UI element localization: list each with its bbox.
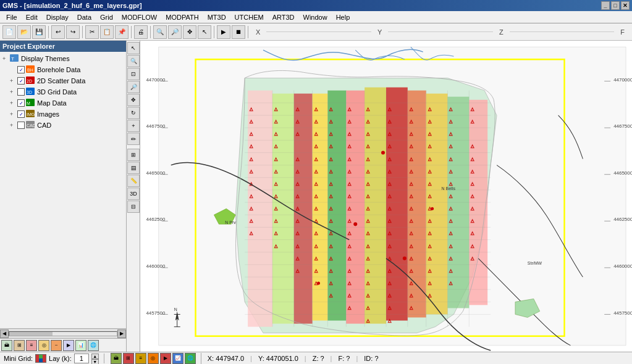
- svg-text:4462500: 4462500: [613, 217, 632, 222]
- icon-chart[interactable]: 📊: [75, 340, 86, 351]
- icon-globe[interactable]: 🌐: [88, 340, 99, 351]
- tree-item-display-themes[interactable]: + T Display Themes: [1, 53, 125, 64]
- scroll-left-btn[interactable]: ◀: [0, 329, 9, 338]
- vtb-3d[interactable]: 3D: [127, 188, 140, 200]
- bi-run[interactable]: ▶: [160, 353, 171, 364]
- vtb-measure[interactable]: 📏: [127, 175, 140, 187]
- menu-window[interactable]: Window: [300, 13, 331, 22]
- svg-point-273: [353, 222, 357, 226]
- toolbar-copy[interactable]: 📋: [100, 25, 114, 39]
- vtb-edit[interactable]: ✏: [127, 133, 140, 145]
- checkbox-map[interactable]: ✓: [17, 99, 25, 107]
- menu-modpath[interactable]: MODPATH: [162, 13, 202, 22]
- expand-icon-images[interactable]: +: [10, 111, 17, 117]
- tree-item-2d-scatter[interactable]: + ✓ 2D 2D Scatter Data: [1, 75, 125, 86]
- scroll-thumb[interactable]: [9, 332, 53, 336]
- toolbar-select[interactable]: ↖: [198, 25, 211, 39]
- menu-utchem[interactable]: UTCHEM: [231, 13, 268, 22]
- menu-file[interactable]: File: [2, 13, 21, 22]
- menu-edit[interactable]: Edit: [22, 13, 41, 22]
- toolbar-save[interactable]: 💾: [32, 25, 46, 39]
- svg-text:4460000: 4460000: [146, 263, 165, 269]
- tree-item-images[interactable]: + ✓ IMG Images: [1, 109, 125, 120]
- vtb-rotate[interactable]: ↻: [127, 107, 140, 119]
- tree-item-3d-grid[interactable]: + 3D 3D Grid Data: [1, 86, 125, 97]
- svg-text:4467500: 4467500: [613, 123, 632, 129]
- vtb-section[interactable]: ⊟: [127, 201, 140, 213]
- window-title: GMS - [simulation_2_huf_6_me_layers.gpr]: [2, 2, 142, 9]
- close-button[interactable]: ✕: [621, 1, 630, 10]
- expand-icon-3d-grid[interactable]: +: [10, 89, 17, 95]
- tree-label-cad: CAD: [37, 122, 51, 129]
- expand-icon-map[interactable]: +: [10, 100, 17, 106]
- icon-wells[interactable]: ◎: [38, 340, 49, 351]
- icon-terrain[interactable]: 🏔: [1, 340, 12, 351]
- main-area: Project Explorer + T Display Themes ✓ BH…: [0, 41, 632, 352]
- toolbar-zoom-out[interactable]: 🔎: [168, 25, 182, 39]
- map-area[interactable]: △ △ △ △ △ △ △ △ △ △ △ △ △ △ △ △ △ △ △ △: [140, 41, 632, 352]
- icon-flow[interactable]: ~: [51, 340, 62, 351]
- menu-modflow[interactable]: MODFLOW: [118, 13, 161, 22]
- scroll-right-btn[interactable]: ▶: [117, 329, 126, 338]
- map-svg[interactable]: △ △ △ △ △ △ △ △ △ △ △ △ △ △ △ △ △ △ △ △: [140, 41, 632, 352]
- mini-grid-icon: [35, 354, 46, 363]
- icon-run[interactable]: ▶: [63, 340, 74, 351]
- vtb-select[interactable]: ↖: [127, 42, 140, 54]
- checkbox-2d-scatter[interactable]: ✓: [17, 77, 25, 85]
- vtb-table[interactable]: ▤: [127, 162, 140, 174]
- vtb-cursor[interactable]: +: [127, 120, 140, 132]
- menu-mt3d[interactable]: MT3D: [204, 13, 230, 22]
- project-tree[interactable]: + T Display Themes ✓ BH Borehole Data + …: [0, 52, 126, 328]
- bi-globe[interactable]: 🌐: [185, 353, 196, 364]
- expand-icon-cad[interactable]: +: [10, 122, 17, 128]
- vtb-pan[interactable]: ✥: [127, 94, 140, 106]
- bi-landscape[interactable]: 🏔: [111, 353, 122, 364]
- toolbar-print[interactable]: 🖨: [134, 25, 148, 39]
- vtb-zoom-in[interactable]: 🔍: [127, 55, 140, 67]
- vtb-zoom-out[interactable]: 🔎: [127, 81, 140, 93]
- checkbox-cad[interactable]: [17, 122, 25, 129]
- toolbar-cut[interactable]: ✂: [85, 25, 99, 39]
- bi-grid-3d[interactable]: ⊞: [123, 353, 134, 364]
- toolbar-paste[interactable]: 📌: [115, 25, 129, 39]
- menu-display[interactable]: Display: [43, 13, 72, 22]
- tree-item-cad[interactable]: + CAD CAD: [1, 120, 125, 131]
- checkbox-borehole[interactable]: ✓: [17, 66, 25, 73]
- left-scrollbar[interactable]: ◀ ▶: [0, 328, 126, 338]
- menu-data[interactable]: Data: [74, 13, 95, 22]
- checkbox-images[interactable]: ✓: [17, 110, 25, 118]
- bi-modflow[interactable]: ◎: [148, 353, 159, 364]
- vtb-grid-view[interactable]: ⊞: [127, 149, 140, 161]
- bi-map-layer[interactable]: ≡: [135, 353, 146, 364]
- checkbox-3d-grid[interactable]: [17, 88, 25, 96]
- tree-item-map-data[interactable]: + ✓ M Map Data: [1, 97, 125, 109]
- expand-icon[interactable]: +: [2, 56, 10, 62]
- toolbar-new[interactable]: 📄: [2, 25, 16, 39]
- status-sep1: |: [250, 355, 252, 362]
- lay-spin[interactable]: ▲ ▼: [91, 354, 99, 363]
- menu-art3d[interactable]: ART3D: [269, 13, 298, 22]
- menu-help[interactable]: Help: [332, 13, 354, 22]
- scroll-track[interactable]: [9, 331, 117, 336]
- svg-text:3D: 3D: [27, 90, 32, 94]
- minimize-button[interactable]: _: [601, 1, 610, 10]
- lay-input[interactable]: 1: [74, 354, 89, 363]
- icon-layers[interactable]: ≡: [26, 340, 37, 351]
- lay-up[interactable]: ▲: [91, 354, 99, 359]
- restore-button[interactable]: □: [611, 1, 620, 10]
- toolbar-stop[interactable]: ⏹: [232, 25, 245, 39]
- bi-chart[interactable]: 📈: [172, 353, 183, 364]
- vtb-zoom-box[interactable]: ⊡: [127, 68, 140, 80]
- icon-grid[interactable]: ⊞: [14, 340, 25, 351]
- expand-icon-2d-scatter[interactable]: +: [10, 78, 17, 84]
- tree-item-borehole-data[interactable]: ✓ BH Borehole Data: [1, 64, 125, 75]
- toolbar-redo[interactable]: ↪: [66, 25, 80, 39]
- toolbar-undo[interactable]: ↩: [51, 25, 65, 39]
- menu-grid[interactable]: Grid: [96, 13, 117, 22]
- lay-down[interactable]: ▼: [91, 359, 99, 365]
- toolbar-open[interactable]: 📂: [17, 25, 31, 39]
- toolbar-pan[interactable]: ✥: [183, 25, 196, 39]
- toolbar-zoom-in[interactable]: 🔍: [153, 25, 167, 39]
- cad-icon: CAD: [26, 121, 36, 130]
- toolbar-run[interactable]: ▶: [217, 25, 230, 39]
